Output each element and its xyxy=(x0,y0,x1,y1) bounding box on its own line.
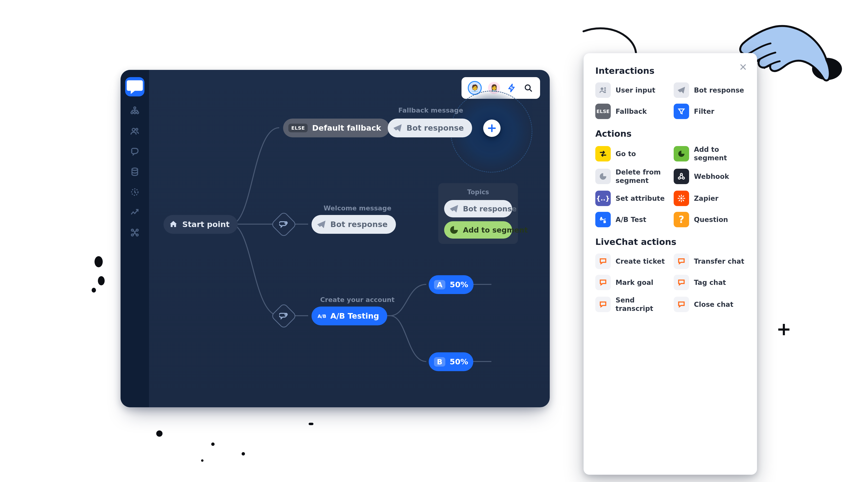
nav-analytics[interactable] xyxy=(129,207,140,218)
node-label: Start point xyxy=(182,220,229,229)
doodle-dot xyxy=(211,443,215,446)
chat-icon xyxy=(595,254,611,269)
item-label: Webhook xyxy=(694,172,729,181)
flow-canvas[interactable]: Start point Fallback message ELSE Defaul… xyxy=(149,70,550,407)
node-add-to-segment[interactable]: Add to segment xyxy=(444,221,512,238)
node-label: Bot response xyxy=(463,204,517,213)
node-bot-response-topic[interactable]: Bot response xyxy=(444,200,512,217)
segment-icon xyxy=(674,146,689,161)
doodle-blotch xyxy=(94,256,103,267)
item-tag-chat[interactable]: Tag chat xyxy=(674,275,745,290)
item-send-transcript[interactable]: Send transcript xyxy=(595,296,667,313)
item-filter[interactable]: Filter xyxy=(674,104,745,119)
item-user-input[interactable]: User input xyxy=(595,83,667,98)
doodle-blotch xyxy=(98,276,105,285)
item-fallback[interactable]: ELSE Fallback xyxy=(595,104,667,119)
item-label: Transfer chat xyxy=(694,257,744,265)
item-go-to[interactable]: Go to xyxy=(595,145,667,162)
item-label: Set attribute xyxy=(616,194,665,203)
node-bot-response-welcome[interactable]: Bot response xyxy=(311,215,396,234)
else-badge: ELSE xyxy=(288,124,308,132)
variant-badge: B xyxy=(434,357,445,366)
item-bot-response[interactable]: Bot response xyxy=(674,83,745,98)
doodle-dot xyxy=(201,459,204,462)
nav-data[interactable] xyxy=(129,166,140,178)
stage: + 🧑‍💼 👩‍⚕️ xyxy=(0,0,868,482)
item-label: Send transcript xyxy=(616,296,667,313)
item-label: Filter xyxy=(694,107,714,116)
item-zapier[interactable]: Zapier xyxy=(674,191,745,206)
livechat-grid: Create ticket Transfer chat Mark goal Ta… xyxy=(595,254,745,313)
hint-welcome: Welcome message xyxy=(323,204,391,212)
node-label: Bot response xyxy=(406,123,464,133)
svg-point-5 xyxy=(136,128,138,130)
item-label: Bot response xyxy=(694,86,744,94)
svg-rect-26 xyxy=(681,200,682,202)
app-logo[interactable] xyxy=(125,77,145,96)
segment-icon xyxy=(450,225,459,234)
node-ab-variant-b[interactable]: B 50% xyxy=(429,352,473,371)
item-label: Go to xyxy=(616,150,636,158)
node-label: A/B Testing xyxy=(330,311,379,321)
svg-point-0 xyxy=(134,107,136,109)
node-start[interactable]: Start point xyxy=(163,215,238,234)
node-ab-testing[interactable]: A/B A/B Testing xyxy=(311,307,387,325)
item-mark-goal[interactable]: Mark goal xyxy=(595,275,667,290)
svg-point-22 xyxy=(682,177,684,179)
node-label: Default fallback xyxy=(312,123,381,133)
ab-test-icon: A/B xyxy=(317,311,326,321)
item-webhook[interactable]: Webhook xyxy=(674,168,745,185)
item-label: Question xyxy=(694,216,728,224)
item-delete-from-segment[interactable]: Delete from segment xyxy=(595,168,667,185)
doodle-dot xyxy=(242,452,245,455)
item-label: Mark goal xyxy=(616,278,653,287)
svg-rect-32 xyxy=(679,199,681,201)
svg-point-24 xyxy=(680,197,683,199)
svg-point-2 xyxy=(134,112,136,114)
item-set-attribute[interactable]: {..} Set attribute xyxy=(595,191,667,206)
nav-integrations[interactable] xyxy=(129,227,140,238)
nav-sidebar xyxy=(121,70,149,407)
segment-delete-icon xyxy=(595,169,611,184)
interactions-panel: Interactions User input Bot response ELS… xyxy=(584,53,757,475)
doodle-dash xyxy=(309,423,313,425)
svg-point-19 xyxy=(604,89,606,91)
node-ab-variant-a[interactable]: A 50% xyxy=(429,275,473,294)
item-close-chat[interactable]: Close chat xyxy=(674,296,745,313)
item-label: Zapier xyxy=(694,194,718,203)
svg-point-20 xyxy=(604,92,606,93)
variant-pct: 50% xyxy=(450,280,468,289)
node-default-fallback[interactable]: ELSE Default fallback xyxy=(283,119,390,137)
svg-rect-28 xyxy=(683,198,685,199)
svg-point-4 xyxy=(132,128,135,131)
chat-icon xyxy=(595,297,611,312)
user-input-icon xyxy=(595,83,611,98)
nav-history[interactable] xyxy=(129,187,140,198)
item-create-ticket[interactable]: Create ticket xyxy=(595,254,667,269)
svg-rect-30 xyxy=(682,199,684,201)
svg-rect-31 xyxy=(682,195,684,197)
nav-stories[interactable] xyxy=(129,105,140,117)
item-label: Delete from segment xyxy=(616,168,667,185)
item-label: A/B Test xyxy=(616,216,646,224)
item-label: Create ticket xyxy=(616,257,665,265)
add-node-button[interactable] xyxy=(483,120,500,137)
nav-users[interactable] xyxy=(129,126,140,137)
item-question[interactable]: ? Question xyxy=(674,212,745,227)
plus-icon xyxy=(487,123,497,133)
node-label: Add to segment xyxy=(463,226,528,234)
close-button[interactable] xyxy=(738,62,748,72)
nav-ai[interactable] xyxy=(129,146,140,157)
item-label: Fallback xyxy=(616,107,647,116)
item-add-to-segment[interactable]: Add to segment xyxy=(674,145,745,162)
item-ab-test[interactable]: AB A/B Test xyxy=(595,212,667,227)
chat-icon xyxy=(674,254,689,269)
zapier-icon xyxy=(674,191,689,206)
item-transfer-chat[interactable]: Transfer chat xyxy=(674,254,745,269)
node-group-topics[interactable]: Topics Bot response Add to segment xyxy=(438,183,518,244)
node-bot-response-fallback[interactable]: Bot response xyxy=(388,119,472,137)
item-label: User input xyxy=(616,86,655,94)
goto-icon xyxy=(595,146,611,161)
panel-section-title: Interactions xyxy=(595,66,745,76)
chat-icon xyxy=(674,275,689,290)
